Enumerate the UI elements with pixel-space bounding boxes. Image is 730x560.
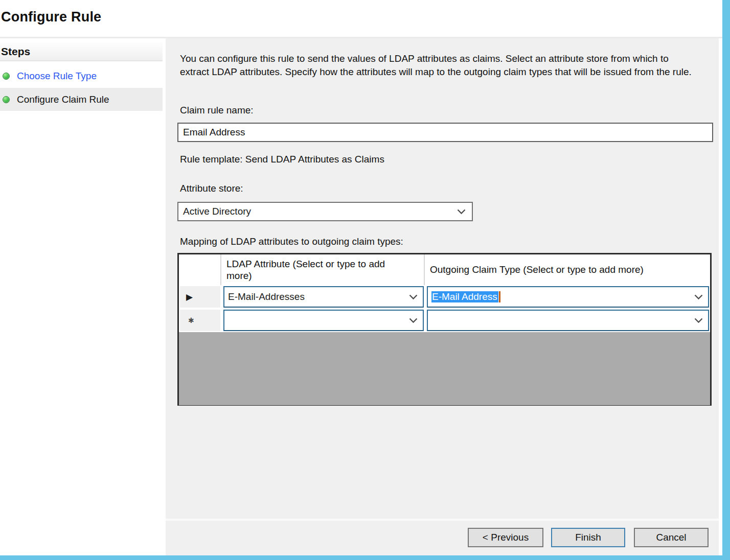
wizard-title-bar: Configure Rule [0, 0, 722, 37]
step-item-choose-rule-type[interactable]: Choose Rule Type [0, 64, 163, 87]
chevron-down-icon [457, 209, 466, 215]
new-row-asterisk-icon: ✱ [186, 317, 194, 324]
mapping-label: Mapping of LDAP attributes to outgoing c… [180, 236, 403, 247]
step-label: Choose Rule Type [17, 71, 97, 82]
mapping-grid-header: LDAP Attribute (Select or type to add mo… [179, 254, 710, 285]
outgoing-claim-type-dropdown[interactable]: E-Mail Address [427, 286, 709, 308]
outgoing-claim-type-cell: E-Mail Address [425, 285, 710, 309]
green-status-dot-icon [3, 73, 10, 80]
text-caret [499, 291, 500, 302]
previous-button[interactable]: < Previous [468, 528, 543, 547]
column-header-outgoing-claim-type: Outgoing Claim Type (Select or type to a… [425, 254, 710, 285]
configure-rule-wizard-window: Configure Rule Steps Choose Rule Type Co… [0, 0, 730, 560]
step-label: Configure Claim Rule [17, 94, 109, 105]
rule-template-text: Rule template: Send LDAP Attributes as C… [180, 154, 384, 165]
steps-heading: Steps [0, 43, 163, 61]
mapping-grid: LDAP Attribute (Select or type to add mo… [177, 253, 712, 406]
chevron-down-icon [409, 318, 418, 323]
ldap-attribute-dropdown-empty[interactable] [223, 310, 424, 331]
table-row-new: ✱ [179, 309, 710, 332]
outgoing-claim-type-cell [425, 309, 710, 332]
row-selector-current[interactable]: ▶ [179, 285, 221, 309]
outgoing-claim-type-dropdown-empty[interactable] [427, 310, 709, 331]
footer-divider [166, 519, 719, 521]
green-status-dot-icon [3, 96, 10, 103]
wizard-content-panel: You can configure this rule to send the … [166, 38, 719, 556]
window-border-right [722, 0, 730, 560]
outgoing-claim-type-value: E-Mail Address [428, 291, 694, 303]
column-header-ldap-attribute: LDAP Attribute (Select or type to add mo… [221, 254, 425, 285]
step-item-configure-claim-rule[interactable]: Configure Claim Rule [0, 88, 163, 111]
rule-description-text: You can configure this rule to send the … [180, 52, 699, 79]
window-border-bottom [0, 555, 730, 560]
grid-empty-area [179, 332, 710, 405]
chevron-down-icon [409, 294, 418, 300]
attribute-store-value: Active Directory [178, 206, 457, 217]
ldap-attribute-cell: E-Mail-Addresses [221, 285, 425, 309]
attribute-store-dropdown[interactable]: Active Directory [177, 202, 473, 221]
column-header-selector [179, 254, 221, 285]
row-selector-new[interactable]: ✱ [179, 309, 221, 332]
current-row-arrow-icon: ▶ [186, 293, 193, 301]
chevron-down-icon [694, 318, 703, 323]
cancel-button[interactable]: Cancel [634, 528, 709, 547]
page-title: Configure Rule [1, 9, 101, 25]
table-row: ▶ E-Mail-Addresses E-Mail Address [179, 285, 710, 309]
finish-button[interactable]: Finish [551, 528, 625, 547]
ldap-attribute-dropdown[interactable]: E-Mail-Addresses [223, 286, 424, 308]
selected-text: E-Mail Address [431, 291, 498, 303]
steps-sidebar: Steps Choose Rule Type Configure Claim R… [0, 38, 163, 556]
claim-rule-name-input[interactable] [177, 123, 713, 142]
chevron-down-icon [694, 294, 703, 300]
ldap-attribute-value: E-Mail-Addresses [224, 291, 409, 302]
claim-rule-name-label: Claim rule name: [180, 105, 254, 116]
ldap-attribute-cell [221, 309, 425, 332]
attribute-store-label: Attribute store: [180, 183, 243, 194]
